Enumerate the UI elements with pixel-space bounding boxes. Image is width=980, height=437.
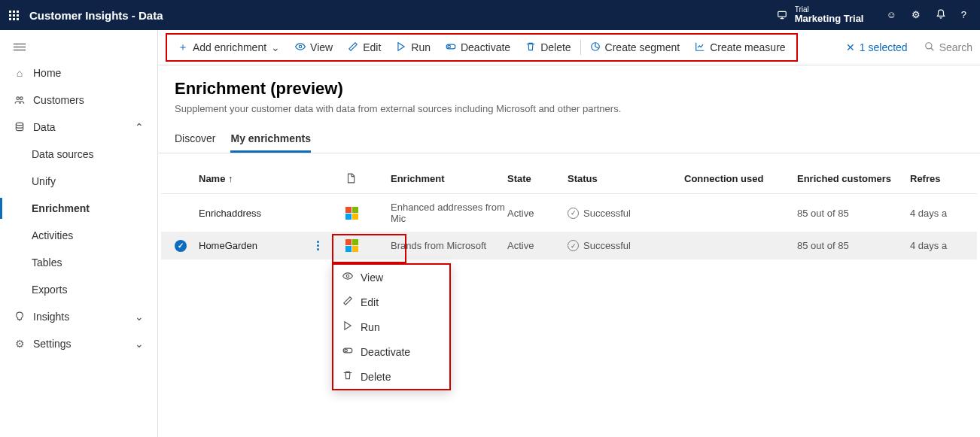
nav-insights[interactable]: Insights ⌄ xyxy=(0,303,157,330)
btn-label: Run xyxy=(411,41,431,53)
search-icon xyxy=(924,41,935,54)
nav-label: Activities xyxy=(32,229,73,241)
tabs: Discover My enrichments xyxy=(158,117,980,153)
app-launcher-icon[interactable] xyxy=(9,11,19,20)
nav-customers[interactable]: Customers xyxy=(0,86,157,114)
trash-icon xyxy=(342,370,353,383)
btn-label: Edit xyxy=(363,41,381,53)
col-enriched[interactable]: Enriched customers xyxy=(797,173,910,186)
nav-data[interactable]: Data ⌃ xyxy=(0,114,157,141)
col-state[interactable]: State xyxy=(507,173,568,186)
table-row[interactable]: Enrichaddress Enhanced addresses from Mi… xyxy=(161,194,977,232)
ctx-label: Deactivate xyxy=(361,346,410,358)
svg-point-3 xyxy=(16,123,23,126)
btn-label: Create segment xyxy=(605,41,680,53)
microsoft-logo-icon xyxy=(345,207,391,220)
row-name: Enrichaddress xyxy=(199,208,345,219)
ctx-label: View xyxy=(361,272,383,284)
nav-label: Enrichment xyxy=(32,202,90,214)
enrichment-table: Name ↑ Enrichment State Status Connectio… xyxy=(161,165,977,259)
col-connection[interactable]: Connection used xyxy=(684,173,797,186)
document-icon xyxy=(345,173,391,186)
environment-name: Marketing Trial xyxy=(795,14,864,24)
nav-settings[interactable]: ⚙ Settings ⌄ xyxy=(0,330,157,357)
chart-icon xyxy=(695,41,705,54)
col-enrichment[interactable]: Enrichment xyxy=(391,173,507,186)
ctx-delete[interactable]: Delete xyxy=(333,364,449,389)
tab-my-enrichments[interactable]: My enrichments xyxy=(230,126,311,153)
nav-label: Data xyxy=(33,121,56,133)
toolbar: ＋ Add enrichment ⌄ View Edit xyxy=(158,30,980,65)
smiley-icon[interactable]: ☺ xyxy=(886,9,896,22)
edit-button[interactable]: Edit xyxy=(340,37,388,59)
col-status[interactable]: Status xyxy=(568,173,684,186)
chevron-up-icon: ⌃ xyxy=(135,121,144,133)
create-measure-button[interactable]: Create measure xyxy=(687,37,793,59)
svg-point-8 xyxy=(925,42,931,48)
ctx-deactivate[interactable]: Deactivate xyxy=(333,339,449,364)
btn-label: View xyxy=(310,41,333,53)
col-refresh[interactable]: Refres xyxy=(910,173,955,186)
row-checkbox[interactable]: ✓ xyxy=(175,240,187,252)
row-checkbox[interactable] xyxy=(175,207,187,219)
context-menu: View Edit Run Deactivate Delete xyxy=(332,263,451,390)
nav-label: Customers xyxy=(33,94,84,106)
segment-icon xyxy=(590,41,601,54)
nav-tables[interactable]: Tables xyxy=(0,249,157,276)
run-button[interactable]: Run xyxy=(388,37,438,59)
ctx-view[interactable]: View xyxy=(333,265,449,290)
nav-label: Data sources xyxy=(32,148,93,160)
table-row[interactable]: ✓ HomeGarden Brands from Microsoft Activ… xyxy=(161,232,977,259)
row-status: Successful xyxy=(583,240,631,251)
delete-button[interactable]: Delete xyxy=(518,37,578,59)
ctx-label: Run xyxy=(361,321,380,333)
main-content: ＋ Add enrichment ⌄ View Edit xyxy=(158,30,980,437)
nav-activities[interactable]: Activities xyxy=(0,222,157,249)
pencil-icon xyxy=(348,41,358,54)
deactivate-button[interactable]: Deactivate xyxy=(438,37,518,59)
nav-unify[interactable]: Unify xyxy=(0,168,157,195)
svg-rect-0 xyxy=(778,11,786,17)
ctx-label: Edit xyxy=(361,296,379,308)
toolbar-separator xyxy=(580,40,581,55)
nav-home[interactable]: ⌂ Home xyxy=(0,59,157,86)
ctx-label: Delete xyxy=(361,371,391,383)
row-status: Successful xyxy=(583,208,631,219)
more-actions-icon[interactable] xyxy=(310,241,325,250)
nav-label: Settings xyxy=(33,338,72,350)
add-enrichment-button[interactable]: ＋ Add enrichment ⌄ xyxy=(170,36,288,59)
bell-icon[interactable] xyxy=(936,9,946,22)
toolbar-highlight: ＋ Add enrichment ⌄ View Edit xyxy=(166,33,798,62)
nav-exports[interactable]: Exports xyxy=(0,276,157,303)
row-state: Active xyxy=(507,240,568,251)
help-icon[interactable]: ? xyxy=(961,9,966,22)
gear-icon[interactable]: ⚙ xyxy=(912,9,921,22)
eye-icon xyxy=(295,41,306,54)
svg-point-6 xyxy=(448,45,451,48)
selection-clear[interactable]: ✕ 1 selected xyxy=(846,41,908,53)
ctx-edit[interactable]: Edit xyxy=(333,290,449,314)
play-icon xyxy=(342,320,353,333)
svg-point-1 xyxy=(17,97,20,100)
row-refresh: 4 days a xyxy=(910,240,955,251)
pencil-icon xyxy=(342,296,353,308)
environment-picker[interactable]: Trial Marketing Trial xyxy=(777,5,864,24)
svg-point-9 xyxy=(346,275,349,278)
customers-icon xyxy=(14,95,26,105)
nav-label: Home xyxy=(33,67,61,79)
toggle-icon xyxy=(342,345,353,358)
search-input[interactable]: Search xyxy=(924,41,972,54)
home-icon: ⌂ xyxy=(14,67,26,79)
tab-label: Discover xyxy=(175,132,215,144)
plus-icon: ＋ xyxy=(178,41,188,54)
hamburger-icon[interactable] xyxy=(0,35,157,59)
view-button[interactable]: View xyxy=(288,37,340,59)
create-segment-button[interactable]: Create segment xyxy=(583,37,688,59)
nav-enrichment[interactable]: Enrichment xyxy=(0,195,157,222)
ctx-run[interactable]: Run xyxy=(333,314,449,339)
nav-data-sources[interactable]: Data sources xyxy=(0,141,157,168)
col-name[interactable]: Name ↑ xyxy=(199,173,345,186)
insights-icon xyxy=(14,311,26,322)
tab-discover[interactable]: Discover xyxy=(175,126,215,153)
sidebar: ⌂ Home Customers Data ⌃ Data sources Uni… xyxy=(0,30,158,437)
